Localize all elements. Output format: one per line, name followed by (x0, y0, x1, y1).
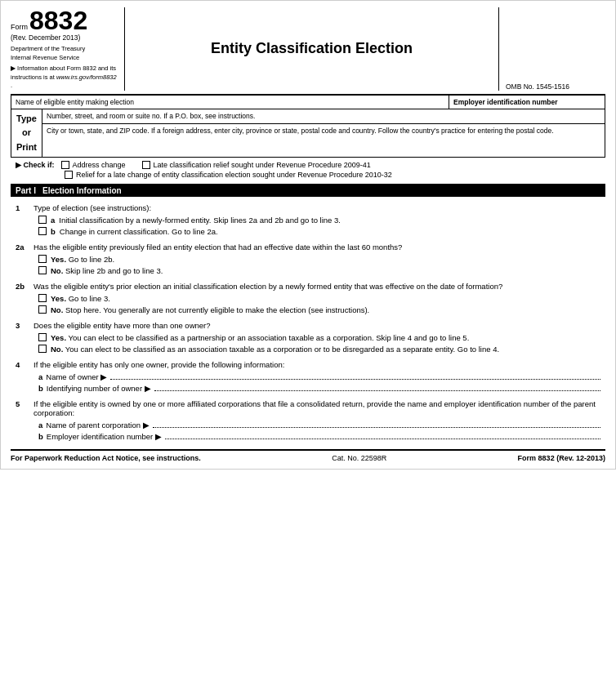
header-right: OMB No. 1545-1516 (499, 7, 605, 91)
q4-sub-b: b Identifying number of owner ▶ (38, 384, 600, 393)
q5-subs: a Name of parent corporation ▶ b Employe… (38, 421, 600, 441)
q3-option-no: No. You can elect to be classified as an… (38, 345, 600, 354)
checkbox-q2a-yes[interactable] (38, 255, 47, 263)
q4-subs: a Name of owner ▶ b Identifying number o… (38, 372, 600, 393)
q1a-text: Initial classification by a newly-formed… (59, 216, 341, 225)
q3-option-yes: Yes. You can elect to be classified as a… (38, 333, 600, 342)
question-4-block: 4 If the eligible entity has only one ow… (16, 360, 600, 393)
form-footer: For Paperwork Reduction Act Notice, see … (11, 449, 605, 462)
footer-left: For Paperwork Reduction Act Notice, see … (11, 454, 201, 462)
dept-line1: Department of the Treasury (11, 45, 118, 54)
q3-options: Yes. You can elect to be classified as a… (38, 333, 600, 354)
q3-yes-bold: Yes. (51, 333, 66, 342)
q2a-text: Has the eligible entity previously filed… (33, 243, 600, 252)
or-label: or (16, 126, 38, 140)
question-5-line: 5 If the eligible entity is owned by one… (16, 399, 600, 417)
q2a-no-bold: No. (51, 266, 63, 275)
q3-no-text: You can elect to be classified as an ass… (63, 345, 499, 354)
type-or-print: Type or Print (11, 109, 42, 158)
question-2b-line: 2b Was the eligible entity's prior elect… (16, 282, 600, 291)
part1-header: Part I Election Information (11, 185, 605, 197)
checkbox-address[interactable] (61, 161, 69, 169)
content: 1 Type of election (see instructions): a… (11, 203, 605, 441)
q4a-dotted (110, 379, 600, 380)
type-label: Type (16, 112, 38, 127)
q4b-label: Identifying number of owner ▶ (47, 384, 151, 393)
header-center: Entity Classification Election (125, 7, 499, 91)
info-line: ▶ Information about Form 8832 and its in… (11, 65, 118, 91)
q1-options: a Initial classification by a newly-form… (38, 216, 600, 236)
q2b-text: Was the eligible entity's prior election… (33, 282, 600, 291)
q1-option-a: a Initial classification by a newly-form… (38, 216, 600, 225)
q2b-option-yes: Yes. Go to line 3. (38, 294, 600, 303)
q1-num: 1 (16, 203, 30, 212)
dept-line2: Internal Revenue Service (11, 54, 118, 63)
form-header: Form 8832 (Rev. December 2013) Departmen… (11, 7, 605, 96)
q2b-options: Yes. Go to line 3. No. Stop here. You ge… (38, 294, 600, 314)
q1-option-b: b Change in current classification. Go t… (38, 227, 600, 236)
q5-text: If the eligible entity is owned by one o… (33, 399, 600, 417)
check-row-2: Relief for a late change of entity class… (65, 171, 600, 179)
q4-text: If the eligible entity has only one owne… (33, 360, 600, 369)
question-1-block: 1 Type of election (see instructions): a… (16, 203, 600, 236)
question-4-line: 4 If the eligible entity has only one ow… (16, 360, 600, 369)
q5-sub-a: a Name of parent corporation ▶ (38, 421, 600, 430)
q2b-no-bold: No. (51, 305, 63, 314)
check-row-1: ▶ Check if: Address change Late classifi… (16, 161, 600, 169)
name-label: Name of eligible entity making election (11, 96, 449, 109)
q2b-yes-bold: Yes. (51, 294, 66, 303)
q5-num: 5 (16, 399, 30, 417)
q2b-no-text: Stop here. You generally are not current… (63, 305, 369, 314)
check-if-section: ▶ Check if: Address change Late classifi… (11, 158, 605, 185)
question-2b-block: 2b Was the eligible entity's prior elect… (16, 282, 600, 314)
q5b-label: Employer identification number ▶ (47, 432, 162, 441)
q1-text: Type of election (see instructions): (33, 203, 600, 212)
q2a-yes-bold: Yes. (51, 255, 66, 264)
q5a-letter: a (38, 421, 42, 430)
q4b-dotted (154, 390, 600, 391)
info-suffix: . (11, 82, 12, 89)
form-number-block: Form 8832 (11, 7, 118, 33)
question-2a-line: 2a Has the eligible entity previously fi… (16, 243, 600, 252)
q4a-letter: a (38, 372, 42, 381)
ein-label: Employer identification number (449, 96, 605, 109)
entity-row-name: Name of eligible entity making election … (11, 96, 605, 109)
q3-yes-text: You can elect to be classified as a part… (66, 333, 469, 342)
checkbox-q1b[interactable] (38, 227, 47, 235)
q2a-option-yes: Yes. Go to line 2b. (38, 255, 600, 264)
q4-sub-a: a Name of owner ▶ (38, 372, 600, 381)
checkbox-q3-no[interactable] (38, 345, 47, 353)
checkbox-q2a-no[interactable] (38, 266, 47, 274)
arrow: ▶ (11, 65, 16, 72)
q1b-text: Change in current classification. Go to … (60, 227, 218, 236)
question-5-block: 5 If the eligible entity is owned by one… (16, 399, 600, 441)
checkbox-q2b-no[interactable] (38, 305, 47, 314)
q3-no-bold: No. (51, 345, 63, 354)
checkbox-q3-yes[interactable] (38, 333, 47, 341)
omb-number: OMB No. 1545-1516 (506, 82, 569, 91)
q3-num: 3 (16, 321, 30, 330)
q4-num: 4 (16, 360, 30, 369)
print-label: Print (16, 140, 38, 155)
checkbox-q1a[interactable] (38, 216, 47, 224)
question-3-block: 3 Does the eligible entity have more tha… (16, 321, 600, 354)
q5b-letter: b (38, 432, 43, 441)
dept-info: Department of the Treasury Internal Reve… (11, 45, 118, 91)
q2a-no-text: Skip line 2b and go to line 3. (63, 266, 163, 275)
type-fields: Number, street, and room or suite no. If… (42, 109, 605, 158)
form-page: Form 8832 (Rev. December 2013) Departmen… (0, 0, 616, 470)
address-field-label: Number, street, and room or suite no. If… (42, 109, 605, 124)
q2b-option-no: No. Stop here. You generally are not cur… (38, 305, 600, 314)
checkbox-late[interactable] (142, 161, 150, 169)
checkbox-relief[interactable] (65, 171, 73, 179)
checkbox-q2b-yes[interactable] (38, 294, 47, 302)
q5-sub-b: b Employer identification number ▶ (38, 432, 600, 441)
city-field-label: City or town, state, and ZIP code. If a … (42, 124, 605, 147)
part1-label: Part I (16, 186, 36, 195)
q1a-letter: a (51, 216, 55, 225)
q2b-yes-text: Go to line 3. (66, 294, 110, 303)
q4b-letter: b (38, 384, 43, 393)
check-option-1: Address change (73, 161, 126, 169)
footer-center: Cat. No. 22598R (332, 454, 386, 462)
form-num: 8832 (29, 7, 87, 33)
